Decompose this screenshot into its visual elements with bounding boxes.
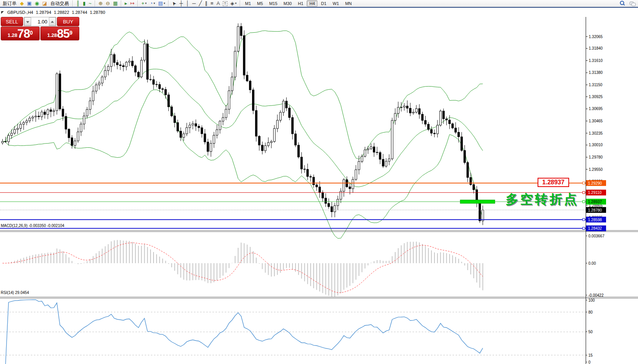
search-icon[interactable] [619, 0, 625, 7]
terminal-icon[interactable]: ▣ [25, 0, 33, 7]
bollinger-bands [3, 31, 483, 239]
toolbar-separator [72, 0, 73, 7]
timeframe-m15[interactable]: M15 [266, 0, 280, 7]
bar-chart-icon[interactable]: ║ [75, 0, 81, 7]
new-order-button[interactable]: 新订单 [1, 0, 18, 7]
timeframe-m1[interactable]: M1 [242, 0, 254, 7]
text-icon[interactable]: A [215, 0, 222, 7]
price-line-label: 1.28598 [588, 218, 602, 222]
equidistant-channel-icon[interactable]: ∥ [204, 0, 209, 7]
zoom-in-icon[interactable]: ⊕ [97, 0, 104, 7]
buy-button[interactable]: BUY [57, 17, 79, 26]
timeframe-mn[interactable]: MN [342, 0, 354, 7]
indicator-axis-label: 0.003667 [588, 234, 605, 238]
chat-icon[interactable] [629, 0, 635, 7]
macd-histogram [3, 240, 483, 297]
rsi-indicator-label: RSI(14) 29.0454 [1, 291, 29, 295]
line-chart-icon[interactable]: ~ [87, 0, 93, 7]
chart-title: GBPUSD-,H4 1.28794 1.28822 1.28744 1.287… [1, 10, 105, 15]
sell-price-display[interactable]: 1.28 78 0 [1, 27, 40, 40]
price-tick-label: 1.31840 [589, 46, 603, 50]
timeframe-m5[interactable]: M5 [254, 0, 266, 7]
fibonacci-icon[interactable]: ≡ [209, 0, 215, 7]
timeframe-h4[interactable]: H4 [307, 0, 317, 7]
horizontal-lines [0, 183, 586, 229]
rsi-level-lines [0, 312, 586, 355]
volume-decrease-button[interactable] [24, 17, 31, 26]
price-tick-label: 1.31610 [589, 58, 603, 63]
price-tick-label: 1.29550 [589, 167, 603, 172]
toolbar-separator [240, 0, 241, 7]
price-tick-label: 1.30465 [589, 119, 603, 123]
price-tick-label: 1.30695 [589, 107, 603, 111]
chart-shift-icon[interactable]: ↦ [129, 0, 136, 7]
highlight-line-segment[interactable] [460, 200, 495, 204]
indicator-axis-label: -0.00422 [588, 293, 604, 297]
auto-trading-button[interactable]: 自动交易 [48, 0, 71, 7]
turning-point-annotation[interactable]: 多空转折点 [506, 191, 579, 208]
sell-button[interactable]: SELL [1, 17, 23, 26]
one-click-trading-panel: SELL BUY 1.28 78 0 1.28 85 9 [1, 17, 79, 40]
main-toolbar: 新订单◆▣◉◪自动交易║▮~⊕⊖▦▸↦+▾◔▾▤▾➤┼│─╱∥≡AT◈▾M1M5… [0, 0, 638, 8]
price-tick-label: 1.29780 [589, 155, 603, 159]
sell-price-small: 1.28 [8, 31, 17, 40]
volume-spinner [24, 17, 56, 26]
chart-window: 1.320651.318401.316101.313801.311501.309… [0, 8, 638, 364]
cursor-icon[interactable]: ➤ [170, 0, 178, 7]
volume-input[interactable] [31, 17, 49, 26]
volume-increase-button[interactable] [49, 17, 56, 26]
horizontal-line-icon[interactable]: ─ [191, 0, 197, 7]
auto-scroll-icon[interactable]: ▸ [123, 0, 129, 7]
indicator-axis-label: 0 [588, 360, 591, 364]
toolbar-separator [168, 0, 169, 7]
timeframe-w1[interactable]: W1 [330, 0, 342, 7]
mt4-application-window: { "toolbar": { "items": [ {"type":"butto… [0, 0, 638, 364]
signals-icon[interactable]: ◉ [33, 0, 40, 7]
macd-signal-line [3, 243, 483, 293]
text-label-icon[interactable]: T [221, 0, 229, 7]
indicator-axis-label: 50 [588, 330, 593, 334]
buy-price-small: 1.28 [47, 31, 57, 40]
indicator-axis-label: 80 [588, 310, 593, 314]
zoom-out-icon[interactable]: ⊖ [104, 0, 112, 7]
buy-price-display[interactable]: 1.28 85 9 [40, 27, 79, 40]
buy-price-big: 85 [57, 28, 69, 40]
vertical-line-icon[interactable]: │ [184, 0, 190, 7]
timeframe-h1[interactable]: H1 [295, 0, 306, 7]
chart-open: 1.28794 [36, 10, 51, 15]
buy-price-sup: 9 [70, 27, 73, 38]
history-center-icon[interactable]: ◪ [41, 0, 48, 7]
arrow-tools-icon[interactable]: ◈▾ [229, 0, 238, 7]
sell-price-sup: 0 [30, 27, 33, 38]
indicator-axis-label: 0.00 [588, 261, 596, 265]
indicator-axis-label: 100 [588, 298, 595, 302]
price-line-label: 1.29110 [588, 190, 602, 195]
new-chart-icon[interactable]: +▾ [140, 0, 148, 7]
crosshair-icon[interactable]: ┼ [178, 0, 184, 7]
chart-high: 1.28822 [54, 10, 69, 15]
sell-price-big: 78 [17, 28, 30, 40]
template-icon[interactable]: ▤▾ [157, 0, 167, 7]
chart-close: 1.28780 [90, 10, 105, 15]
period-icon[interactable]: ◔▾ [148, 0, 157, 7]
toolbar-separator [95, 0, 95, 7]
price-tick-label: 1.32065 [589, 35, 603, 39]
indicator-axes: 0.0036670.00-0.004221008050150 [586, 234, 605, 364]
price-line-label: 1.29290 [588, 181, 602, 185]
candlesticks [2, 23, 484, 225]
metaeditor-icon[interactable]: ◆ [18, 0, 25, 7]
timeframe-m30[interactable]: M30 [281, 0, 294, 7]
price-tick-label: 1.30925 [589, 95, 603, 99]
price-axis: 1.320651.318401.316101.313801.311501.309… [583, 35, 606, 232]
macd-indicator-label: MACD(12,26,9) -0.003350 -0.002104 [1, 224, 64, 228]
price-line-label: 1.28780 [588, 208, 602, 212]
collapse-panel-icon[interactable] [1, 11, 4, 14]
trendline-icon[interactable]: ╱ [197, 0, 204, 7]
toolbar-separator [137, 0, 138, 7]
candlestick-chart-icon[interactable]: ▮ [81, 0, 87, 7]
tile-windows-icon[interactable]: ▦ [112, 0, 119, 7]
toolbar-separator [121, 0, 122, 7]
price-annotation-box[interactable]: 1.28937 [538, 178, 569, 187]
timeframe-d1[interactable]: D1 [318, 0, 329, 7]
price-tick-label: 1.30235 [589, 131, 603, 135]
